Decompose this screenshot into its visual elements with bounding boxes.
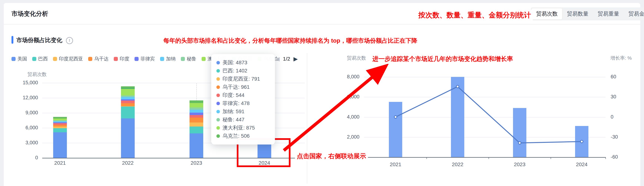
stack-bar-segment-美国[interactable]	[121, 118, 135, 158]
stack-bar-segment-加纳[interactable]	[190, 110, 203, 113]
legend-item-秘鲁[interactable]: 秘鲁	[181, 56, 196, 62]
stack-bar-segment-巴西[interactable]	[121, 106, 135, 118]
stack-bar-segment-印度[interactable]	[121, 100, 135, 103]
tooltip-series-dot	[216, 94, 220, 97]
left-y-tick-label: 0	[11, 155, 38, 160]
tab-贸易金额[interactable]: 贸易金额	[624, 8, 644, 20]
info-icon[interactable]: !	[66, 37, 73, 44]
tooltip-row-text: 菲律宾: 478	[222, 100, 250, 107]
trend-bar-2023[interactable]	[513, 108, 526, 157]
legend-swatch-icon	[53, 57, 57, 61]
metric-tab-group: 贸易次数贸易数量贸易重量贸易金额	[531, 8, 644, 20]
dashboard-page: 市场变化分析 按次数、数量、重量、金额分别统计 贸易次数贸易数量贸易重量贸易金额…	[0, 0, 644, 186]
annotation-right-note: 进一步追踪某个市场近几年的市场变化趋势和增长率	[370, 54, 515, 64]
tooltip-row: 乌克兰: 506	[216, 132, 270, 140]
right-x-category-label: 2021	[390, 162, 401, 168]
stack-bar-segment-印度[interactable]	[190, 115, 203, 118]
right-chart-secondary-axis-title: 增长率: %	[600, 55, 632, 61]
legend-item-印度尼西亚[interactable]: 印度尼西亚	[53, 56, 83, 62]
stack-bar-segment-加纳[interactable]	[53, 121, 67, 122]
stack-bar-segment-乌干达[interactable]	[53, 125, 67, 126]
right-x-axis	[364, 157, 606, 158]
trend-bar-2021[interactable]	[389, 102, 402, 157]
left-x-category-label: 2023	[191, 160, 202, 166]
right-gridline	[364, 97, 606, 97]
tooltip-row: 印度: 544	[216, 91, 270, 99]
legend-swatch-icon	[32, 57, 36, 61]
tooltip-series-dot	[216, 118, 220, 122]
legend-item-label: 巴西	[38, 56, 48, 62]
stack-bar-segment-澳大利亚[interactable]	[53, 118, 67, 120]
tab-贸易重量[interactable]: 贸易重量	[593, 8, 624, 20]
annotation-top-note: 每年的头部市场排名和占比变化，分析每年哪些国家持续排名为 top，哪些市场份额占…	[162, 36, 419, 46]
stack-bar-segment-澳大利亚[interactable]	[190, 103, 203, 108]
right-x-axis-tick	[550, 157, 551, 159]
stack-bar-segment-加纳[interactable]	[121, 97, 135, 99]
tooltip-series-dot	[216, 69, 220, 72]
tooltip-row-text: 印度尼西亚: 791	[222, 76, 260, 82]
stack-bar-segment-俄罗斯[interactable]	[121, 88, 135, 89]
stack-bar-segment-美国[interactable]	[190, 134, 203, 158]
stack-bar-segment-秘鲁[interactable]	[190, 108, 203, 110]
stack-bar-segment-美国[interactable]	[53, 132, 67, 158]
right-chart-left-tick-label: 6,000	[334, 94, 360, 100]
legend-item-巴西[interactable]: 巴西	[32, 56, 48, 62]
trend-bar-2022[interactable]	[451, 77, 464, 157]
legend-next-icon[interactable]: ▶	[294, 56, 298, 62]
stack-bar-segment-印度尼西亚[interactable]	[53, 126, 67, 128]
right-chart-right-tick-label: -30	[611, 134, 618, 140]
stack-bar-segment-乌干达[interactable]	[190, 118, 203, 122]
stack-bar-segment-澳大利亚[interactable]	[121, 89, 135, 96]
page-title: 市场变化分析	[12, 10, 48, 18]
left-y-tick-label: 12,000	[11, 95, 38, 100]
legend-item-印度[interactable]: 印度	[114, 56, 129, 62]
legend-prev-icon[interactable]: ◀	[275, 56, 280, 62]
stack-bar-segment-秘鲁[interactable]	[121, 96, 135, 97]
tooltip-row: 加纳: 591	[216, 108, 270, 116]
stack-bar-segment-秘鲁[interactable]	[53, 120, 67, 121]
tooltip-row-text: 加纳: 591	[222, 108, 244, 115]
legend-item-label: 美国	[18, 56, 27, 62]
stack-bar-segment-菲律宾[interactable]	[121, 99, 135, 100]
tooltip-row: 美国: 4873	[216, 58, 270, 67]
left-x-category-label: 2021	[54, 160, 66, 166]
tab-贸易次数[interactable]: 贸易次数	[532, 8, 562, 20]
stack-bar-segment-印度[interactable]	[53, 123, 67, 125]
tooltip-row-text: 印度: 544	[222, 92, 244, 99]
tooltip-row-text: 澳大利亚: 875	[222, 124, 255, 131]
stack-bar-segment-印度尼西亚[interactable]	[121, 106, 135, 106]
right-chart-left-tick-label: 8,000	[334, 74, 360, 80]
stack-bar-segment-乌干达[interactable]	[121, 103, 135, 106]
stack-bar-segment-乌克兰[interactable]	[53, 117, 67, 118]
tab-贸易数量[interactable]: 贸易数量	[562, 8, 593, 20]
annotation-click-note: 点击国家，右侧联动展示	[295, 151, 368, 161]
tooltip-row-text: 乌克兰: 506	[222, 132, 250, 140]
left-x-category-label: 2022	[122, 160, 134, 166]
stack-bar-segment-乌克兰[interactable]	[190, 100, 203, 103]
right-x-axis-tick	[488, 157, 489, 159]
stack-bar-segment-菲律宾[interactable]	[53, 122, 67, 123]
tooltip-series-dot	[216, 61, 220, 64]
stack-bar-segment-巴西[interactable]	[190, 126, 203, 134]
right-chart-left-tick-label: 2,000	[334, 134, 360, 140]
left-y-tick-label: 15,000	[11, 80, 38, 86]
legend-swatch-icon	[134, 57, 138, 61]
legend-item-label: 印度尼西亚	[59, 56, 83, 62]
legend-swatch-icon	[160, 57, 164, 61]
legend-item-label: 印度	[120, 56, 129, 62]
tooltip-row: 秘鲁: 447	[216, 116, 270, 124]
tooltip-series-dot	[216, 110, 220, 114]
legend-item-加纳[interactable]: 加纳	[160, 56, 176, 62]
tooltip-row: 巴西: 1402	[216, 67, 270, 75]
left-y-tick-label: 6,000	[11, 125, 38, 130]
left-chart-y-axis-title: 贸易次数	[28, 71, 47, 78]
stack-bar-segment-乌克兰[interactable]	[121, 86, 135, 88]
right-x-axis-tick	[426, 157, 427, 159]
legend-item-美国[interactable]: 美国	[12, 56, 27, 62]
legend-item-菲律宾[interactable]: 菲律宾	[134, 56, 155, 62]
stack-bar-segment-菲律宾[interactable]	[190, 113, 203, 115]
legend-item-乌干达[interactable]: 乌干达	[88, 56, 108, 62]
stack-bar-segment-巴西[interactable]	[53, 128, 67, 132]
stack-bar-segment-印度尼西亚[interactable]	[190, 122, 203, 126]
trend-bar-2024[interactable]	[575, 126, 588, 157]
